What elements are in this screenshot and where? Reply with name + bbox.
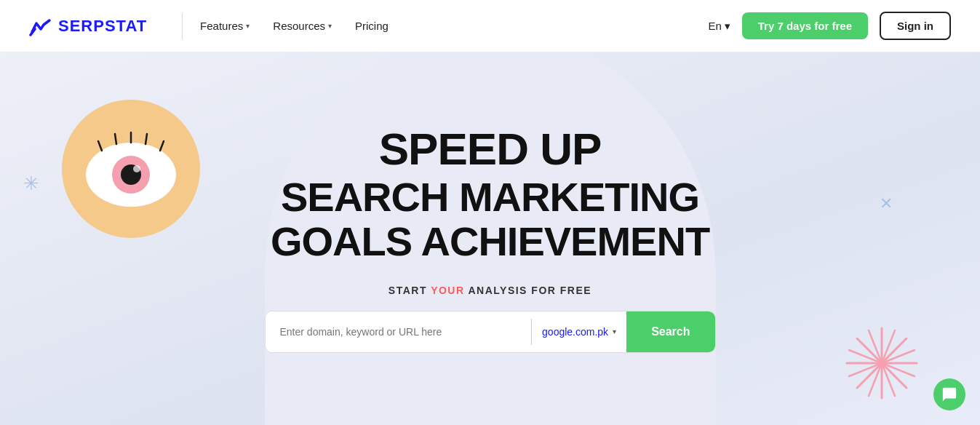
chat-bubble-button[interactable]	[933, 378, 965, 410]
chat-icon	[941, 386, 957, 402]
nav-link-features[interactable]: Features ▾	[200, 20, 250, 32]
search-bar: google.com.pk ▾ Search	[265, 311, 716, 353]
cross-decoration-left: ✳	[23, 172, 39, 195]
language-selector[interactable]: En ▾	[708, 20, 730, 33]
eye-illustration	[58, 96, 204, 242]
hero-subtitle: START YOUR ANALYSIS FOR FREE	[265, 285, 716, 296]
hero-title-line2: SEARCH MARKETING	[265, 175, 716, 220]
nav-right: En ▾ Try 7 days for free Sign in	[708, 12, 951, 40]
search-button[interactable]: Search	[626, 311, 714, 352]
logo-icon	[29, 15, 52, 38]
search-domain-selector[interactable]: google.com.pk ▾	[532, 326, 626, 338]
logo[interactable]: SERPSTAT	[29, 15, 147, 38]
navbar: SERPSTAT Features ▾ Resources ▾ Pricing …	[0, 0, 980, 52]
search-input[interactable]	[266, 311, 532, 352]
starburst-decoration	[842, 323, 922, 403]
hero-content: SPEED UP SEARCH MARKETING GOALS ACHIEVEM…	[265, 124, 716, 352]
chevron-down-icon: ▾	[613, 327, 616, 335]
hero-title-line3: GOALS ACHIEVEMENT	[265, 219, 716, 264]
logo-text: SERPSTAT	[58, 17, 147, 36]
trial-button[interactable]: Try 7 days for free	[742, 12, 868, 39]
nav-link-pricing[interactable]: Pricing	[355, 20, 389, 32]
hero-section: ✳ ✕	[0, 52, 980, 425]
chevron-down-icon: ▾	[725, 20, 730, 33]
signin-button[interactable]: Sign in	[880, 12, 951, 40]
nav-link-resources[interactable]: Resources ▾	[273, 20, 332, 32]
nav-links: Features ▾ Resources ▾ Pricing	[200, 20, 708, 32]
chevron-down-icon: ▾	[246, 22, 250, 30]
cross-decoration-right: ✕	[880, 194, 893, 213]
chevron-down-icon: ▾	[328, 22, 332, 30]
svg-point-4	[133, 165, 140, 172]
nav-divider	[182, 13, 183, 39]
hero-title-speedup: SPEED UP	[265, 124, 716, 174]
